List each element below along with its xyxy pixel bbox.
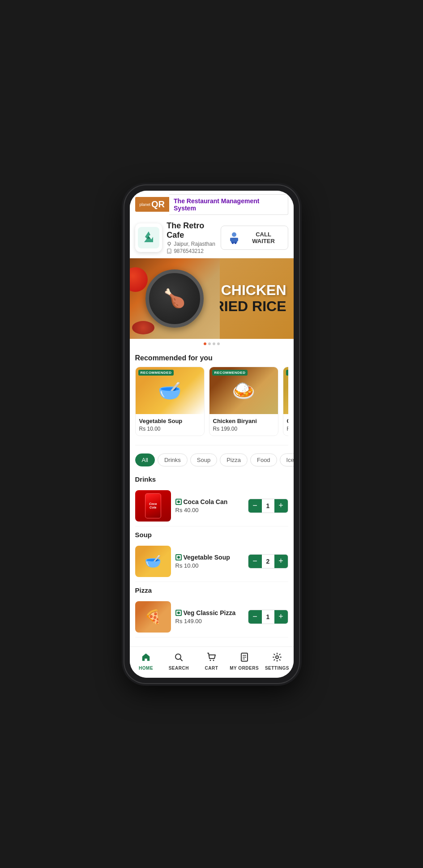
coca-cola-details: Coca Cola Can Rs 40.00 (175, 498, 244, 513)
coca-cola-name-row: Coca Cola Can (175, 498, 244, 505)
phone-screen: planet QR The Restaurant Management Syst… (130, 191, 294, 678)
veg-soup-increase-btn[interactable]: + (274, 555, 288, 568)
svg-point-1 (168, 242, 171, 245)
banner: 🍗 CHICKEN FRIED RICE (130, 258, 294, 339)
svg-point-4 (232, 232, 236, 237)
sauce-decoration (130, 267, 148, 292)
coca-cola-decrease-btn[interactable]: − (248, 499, 262, 513)
coca-cola-photo: CocaCola (135, 490, 171, 522)
menu-item-coca-cola: CocaCola Coca Cola Can Rs 40.00 − 1 (135, 486, 288, 526)
veg-soup-menu-img: 🥣 (135, 546, 171, 577)
rec-card-info-2: Chicken Biryani Rs 199.00 (209, 414, 278, 436)
search-icon (174, 652, 184, 664)
veg-soup-name-row: Vegetable Soup (175, 554, 244, 561)
restaurant-logo-area: The Retro Cafe Jaipur, Rajasthan 9876543… (135, 221, 221, 254)
bottom-nav: HOME SEARCH (130, 646, 294, 678)
nav-item-settings[interactable]: SETTINGS (261, 650, 293, 672)
svg-rect-2 (167, 249, 171, 253)
chili-decoration (132, 321, 154, 334)
svg-rect-7 (236, 238, 238, 241)
soup-section-title: Soup (135, 526, 288, 541)
restaurant-details: The Retro Cafe Jaipur, Rajasthan 9876543… (167, 221, 221, 254)
restaurant-phone-line: 9876543212 (167, 248, 221, 254)
rec-card-name-1: Vegetable Soup (139, 418, 201, 424)
tab-ice-cream[interactable]: Ice Cream (280, 453, 294, 466)
tab-soup[interactable]: Soup (190, 453, 217, 466)
category-tabs[interactable]: All Drinks Soup Pizza Food Ice Cream Jui… (130, 449, 294, 471)
veg-icon-pizza (175, 610, 182, 616)
tab-pizza[interactable]: Pizza (220, 453, 248, 466)
banner-dot-4 (217, 342, 220, 345)
rec-card-price-2: Rs 199.00 (213, 426, 274, 432)
banner-dots (130, 339, 294, 349)
menu-item-veg-pizza: 🍕 Veg Classic Pizza Rs 149.00 − 1 + (135, 597, 288, 637)
svg-rect-8 (232, 242, 234, 244)
cola-can-label: CocaCola (149, 502, 157, 509)
veg-soup-price: Rs 10.00 (175, 562, 244, 569)
qr-text: QR (151, 199, 165, 210)
rec-card-name-3: Chole Bhature (287, 418, 288, 424)
coca-cola-qty-control[interactable]: − 1 + (248, 499, 288, 513)
rec-badge-3: RECOMMENDED (286, 370, 288, 376)
veg-pizza-increase-btn[interactable]: + (274, 610, 288, 624)
call-waiter-button[interactable]: CALL WAITER (221, 226, 288, 250)
cart-nav-label: CART (205, 666, 218, 671)
rec-card-info-3: Chole Bhature Rs 149.00 (283, 414, 288, 436)
veg-pizza-qty-control[interactable]: − 1 + (248, 610, 288, 624)
planet-qr-bar: planet QR The Restaurant Management Syst… (135, 194, 288, 215)
coca-cola-img: CocaCola (135, 490, 171, 522)
coca-cola-increase-btn[interactable]: + (274, 499, 288, 513)
nav-item-home[interactable]: HOME (130, 650, 162, 672)
planet-text: planet (140, 202, 151, 207)
veg-soup-photo: 🥣 (135, 546, 171, 577)
section-divider (135, 445, 288, 445)
planet-qr-tagline: The Restaurant Management System (169, 194, 288, 215)
recommended-scroll[interactable]: RECOMMENDED 🥣 Vegetable Soup Rs 10.00 RE… (135, 367, 288, 441)
rec-card-veg-soup[interactable]: RECOMMENDED 🥣 Vegetable Soup Rs 10.00 (135, 367, 205, 436)
nav-item-search[interactable]: SEARCH (162, 650, 195, 672)
veg-pizza-decrease-btn[interactable]: − (248, 610, 262, 624)
tab-drinks[interactable]: Drinks (158, 453, 188, 466)
veg-soup-qty-control[interactable]: − 2 + (248, 554, 288, 569)
rec-card-biryani[interactable]: RECOMMENDED 🍛 Chicken Biryani Rs 199.00 (209, 367, 278, 436)
veg-icon-coca-cola (175, 499, 182, 505)
top-header: planet QR The Restaurant Management Syst… (130, 191, 294, 258)
rec-badge-2: RECOMMENDED (212, 370, 248, 376)
menu-section-soup: Soup 🥣 Vegetable Soup Rs 10.00 − (130, 526, 294, 582)
nav-item-orders[interactable]: MY ORDERS (228, 650, 261, 672)
waiter-icon (226, 230, 242, 246)
planet-qr-logo: planet QR (135, 197, 170, 212)
svg-point-17 (276, 656, 278, 658)
rec-card-price-1: Rs 10.00 (139, 426, 201, 432)
veg-pizza-photo: 🍕 (135, 601, 171, 633)
settings-nav-label: SETTINGS (265, 666, 289, 671)
banner-dot-1 (204, 342, 206, 345)
svg-point-11 (209, 659, 211, 661)
svg-rect-3 (168, 252, 170, 252)
rec-card-info-1: Vegetable Soup Rs 10.00 (136, 414, 204, 436)
tab-food[interactable]: Food (250, 453, 277, 466)
rec-badge-1: RECOMMENDED (138, 370, 174, 376)
restaurant-location: Jaipur, Rajasthan (174, 241, 215, 247)
recommended-title: Recommended for you (135, 354, 288, 362)
veg-soup-decrease-btn[interactable]: − (248, 555, 262, 568)
banner-dot-2 (208, 342, 211, 345)
veg-soup-details: Vegetable Soup Rs 10.00 (175, 554, 244, 569)
veg-soup-qty: 2 (262, 555, 274, 568)
restaurant-phone: 9876543212 (174, 248, 204, 254)
screen-content[interactable]: planet QR The Restaurant Management Syst… (130, 191, 294, 646)
restaurant-name: The Retro Cafe (167, 221, 221, 240)
home-nav-label: HOME (139, 666, 153, 671)
banner-dot-3 (213, 342, 215, 345)
call-waiter-label: CALL WAITER (245, 231, 282, 244)
veg-pizza-qty: 1 (262, 610, 274, 624)
nav-item-cart[interactable]: CART (195, 650, 228, 672)
settings-icon (272, 652, 282, 664)
rec-card-chole[interactable]: RECOMMENDED 🫓 Chole Bhature Rs 149.00 (283, 367, 288, 436)
banner-food-image: 🍗 (130, 258, 220, 339)
restaurant-info-row: The Retro Cafe Jaipur, Rajasthan 9876543… (135, 219, 288, 256)
veg-pizza-name-row: Veg Classic Pizza (175, 609, 244, 616)
cart-icon (207, 652, 217, 664)
recommended-section: Recommended for you RECOMMENDED 🥣 Vegeta… (130, 349, 294, 441)
tab-all[interactable]: All (135, 453, 155, 466)
